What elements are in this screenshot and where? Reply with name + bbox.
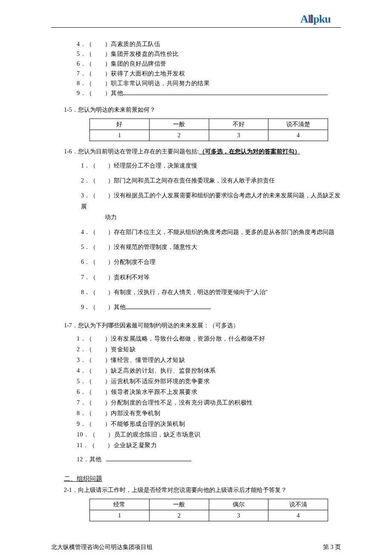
section2-title: 二、组织问题 — [64, 474, 341, 484]
list-item: 6．（ ）集团的良好品牌信誉 — [77, 59, 341, 68]
list-item: 7．（ ）获得了大面积的土地开发权 — [77, 69, 341, 78]
item-num: 2． — [81, 177, 90, 184]
item-num: 5． — [77, 51, 86, 57]
item-text: 缺乏高效的计划、执行、监督控制体系 — [111, 367, 216, 374]
item-text: 职工非常认同明达，共同努力的结果 — [111, 80, 210, 87]
item-num: 8． — [77, 80, 86, 87]
item-num: 6． — [81, 259, 90, 265]
fill-blank[interactable] — [106, 461, 191, 461]
item-num: 4． — [77, 41, 86, 47]
list-item: 4．（ ）缺乏高效的计划、执行、监督控制体系 — [77, 366, 341, 375]
list-item: 2．（ ）部门之间和员工之间存在责任推委现象，没有人敢于承担责任 — [81, 175, 341, 186]
item-text: 其他 — [111, 90, 123, 96]
item-num: 4． — [77, 367, 86, 374]
rating-value[interactable]: 2 — [149, 130, 209, 141]
list-item: 9．（ ）其他 — [77, 89, 341, 98]
item-text: 没有根据员工的个人发展需要和组织的要求综合考虑人才的未来发展问题，人员缺乏发展 — [81, 192, 340, 209]
item-text: 经理层分工不合理，决策速度慢 — [114, 162, 197, 169]
item-num: 1． — [77, 335, 86, 342]
item-num: 3． — [77, 357, 86, 363]
list-item: 5．（ ）没有规范的管理制度，随意性大 — [81, 242, 341, 252]
item-text: 获得了大面积的土地开发权 — [111, 70, 185, 77]
item-text: 不能够形成合理的决策机制 — [111, 421, 185, 427]
svg-rect-1 — [311, 14, 312, 23]
q14-items: 4．（ ）高素质的员工队伍 5．（ ）集团开发楼盘的高性价比 6．（ ）集团的良… — [51, 40, 341, 98]
item-text: 其他 — [89, 456, 102, 462]
rating-value[interactable]: 2 — [149, 510, 209, 521]
item-num: 8． — [81, 289, 90, 295]
rating-value[interactable]: 4 — [268, 130, 328, 141]
q16-instruction: （可多选，在您认为对的答案前打勾） — [199, 148, 300, 155]
list-item: 5．（ ）运营机制不适应外部环境的竞争要求 — [77, 377, 341, 386]
item-text: 集团的良好品牌信誉 — [111, 61, 167, 67]
item-text: 其他 — [114, 304, 126, 310]
item-text: 分配制度的合理性不足，没有充分调动员工的积极性 — [111, 399, 253, 406]
item-text: 分配制度不合理 — [114, 259, 156, 265]
item-num: 6． — [77, 389, 86, 395]
list-item: 8．（ ）内部没有竞争机制 — [77, 409, 341, 418]
rating-value[interactable]: 4 — [268, 510, 328, 521]
item-num: 1． — [81, 162, 90, 169]
list-item: 9．（ ）不能够形成合理的决策机制 — [77, 419, 341, 428]
q16-items: 1．（ ）经理层分工不合理，决策速度慢 2．（ ）部门之间和员工之间存在责任推委… — [51, 160, 341, 312]
list-item: 6．（ ）领导者决策水平跟不上发展要求 — [77, 387, 341, 396]
q17-items: 1．（ ）没有发展战略，导致什么都做，资源分散，什么都做不好 2．（ ）资金短缺… — [51, 334, 341, 464]
list-item: 12．其他 — [77, 455, 341, 464]
list-item: 2．（ ）资金短缺 — [77, 345, 341, 354]
item-text: 懂经营、懂管理的人才短缺 — [111, 357, 185, 363]
item-num: 6． — [77, 61, 86, 67]
rating-value[interactable]: 3 — [209, 510, 268, 521]
rating-value[interactable]: 1 — [90, 510, 150, 521]
item-num: 12． — [77, 456, 89, 462]
rating-value[interactable]: 3 — [209, 130, 268, 141]
rating-header: 说不清 — [268, 499, 328, 510]
q15-title: 1-5．您认为明达的未来前景如何？ — [64, 105, 341, 114]
item-num: 9． — [77, 421, 86, 427]
fill-blank[interactable] — [123, 95, 328, 95]
item-num: 5． — [81, 244, 90, 250]
rating-value[interactable]: 1 — [90, 130, 150, 141]
item-text: 领导者决策水平跟不上发展要求 — [111, 389, 197, 395]
fill-blank[interactable] — [126, 309, 211, 309]
item-text: 资金短缺 — [111, 346, 135, 353]
q21-title: 2-1．向上级请示工作时，上级是否经常对您说需要向他的上级请示后才能给予答复？ — [64, 486, 341, 494]
list-item: 6．（ ）分配制度不合理 — [81, 257, 341, 267]
item-text-cont: 动力 — [105, 212, 341, 223]
item-text: 运营机制不适应外部环境的竞争要求 — [111, 378, 210, 384]
item-text: 没有发展战略，导致什么都做，资源分散，什么都做不好 — [111, 335, 265, 342]
item-text: 没有规范的管理制度，随意性大 — [114, 244, 197, 250]
item-num: 4． — [81, 229, 90, 235]
page: Allpku 4．（ ）高素质的员工队伍 5．（ ）集团开发楼盘的高性价比 6．… — [26, 0, 366, 555]
footer-page-number: 第 3 页 — [323, 543, 341, 552]
list-item: 3．（ ）没有根据员工的个人发展需要和组织的要求综合考虑人才的未来发展问题，人员… — [81, 190, 341, 223]
svg-text:Allpku: Allpku — [300, 13, 331, 25]
item-num: 7． — [77, 399, 86, 406]
list-item: 9．（ ）其他 — [81, 302, 341, 312]
item-num: 7． — [77, 70, 86, 77]
item-text: 高素质的员工队伍 — [111, 41, 160, 47]
item-text: 部门之间和员工之间存在责任推委现象，没有人敢于承担责任 — [114, 177, 275, 184]
list-item: 1．（ ）没有发展战略，导致什么都做，资源分散，什么都做不好 — [77, 334, 341, 343]
list-item: 8．（ ）职工非常认同明达，共同努力的结果 — [77, 79, 341, 88]
list-item: 4．（ ）存在部门本位主义，不能从组织的角度考虑问题，更多的是从各部门的角度考虑… — [81, 227, 341, 237]
list-item: 7．（ ）分配制度的合理性不足，没有充分调动员工的积极性 — [77, 398, 341, 407]
rating-header: 不好 — [209, 119, 268, 130]
list-item: 1．（ ）经理层分工不合理，决策速度慢 — [81, 160, 341, 171]
rating-header: 一般 — [149, 119, 209, 130]
header: Allpku — [51, 13, 341, 28]
list-item: 10．（ ）员工的观念陈旧，缺乏市场意识 — [77, 430, 341, 439]
q15-rating-table: 好 一般 不好 说不清楚 1 2 3 4 — [89, 119, 328, 141]
list-item: 7．（ ）责权利不对等 — [81, 272, 341, 283]
rating-header: 偶尔 — [209, 499, 268, 510]
item-num: 8． — [77, 410, 86, 416]
item-num: 7． — [81, 274, 90, 280]
item-text: 集团开发楼盘的高性价比 — [111, 51, 179, 57]
rating-header: 经常 — [90, 499, 150, 510]
logo-allpku: Allpku — [300, 13, 341, 26]
q16-title-text: 1-6．您认为目前明达在管理上存在的主要问题包括: — [64, 148, 199, 155]
item-text: 存在部门本位主义，不能从组织的角度考虑问题，更多的是从各部门的角度考虑问题 — [114, 229, 334, 235]
item-num: 9． — [81, 304, 90, 310]
item-text: 有制度，没执行，存在人情关，明达的管理更倾向于"人治" — [114, 289, 268, 295]
item-num: 2． — [77, 346, 86, 353]
footer-left: 北大纵横管理咨询公司明达集团项目组 — [51, 543, 153, 552]
